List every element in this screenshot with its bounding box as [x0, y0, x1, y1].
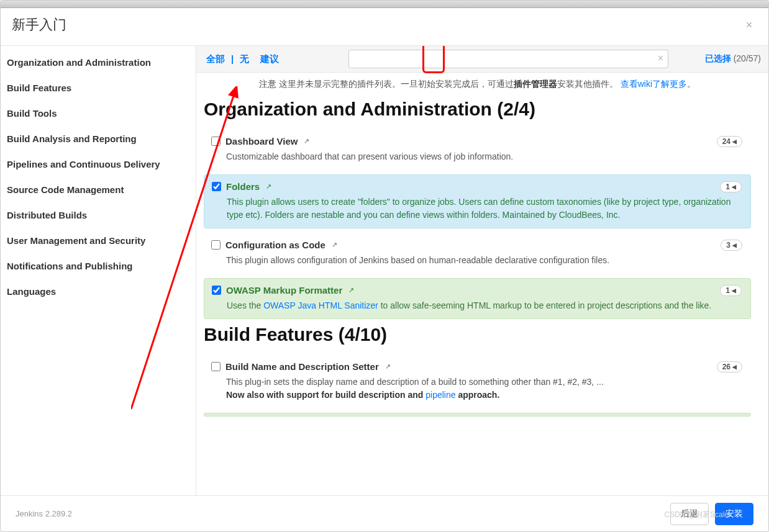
close-button[interactable]: × [741, 17, 757, 33]
plugin-desc: Uses the OWASP Java HTML Sanitizer to al… [227, 299, 743, 312]
external-link-icon[interactable]: ↗ [348, 286, 354, 294]
plugin-title: Configuration as Code [225, 240, 325, 250]
content-area: 全部 | 无 建议 × 已选择 (20/57) 注意 这里并未显示完整的插件列表 [196, 46, 768, 495]
plugin-checkbox[interactable] [211, 362, 221, 371]
sidebar-item-user-mgmt[interactable]: User Management and Security [1, 228, 196, 253]
search-input[interactable] [348, 50, 668, 68]
search-wrap: × [348, 50, 668, 68]
sidebar-item-notifications[interactable]: Notifications and Publishing [1, 253, 196, 279]
external-link-icon[interactable]: ↗ [266, 183, 271, 191]
notice-text: 注意 这里并未显示完整的插件列表。一旦初始安装完成后，可通过插件管理器安装其他插… [204, 79, 751, 90]
plugin-desc: Customizable dashboard that can present … [226, 150, 744, 163]
select-suggested-link[interactable]: 建议 [258, 52, 281, 66]
selection-links: 全部 | 无 建议 [204, 52, 281, 66]
external-link-icon[interactable]: ↗ [385, 363, 391, 371]
dialog-footer: Jenkins 2.289.2 后退 安装 [1, 495, 768, 531]
plugin-build-name-setter: Build Name and Description Setter ↗ 26◀ … [204, 355, 751, 408]
plugin-scroll[interactable]: 注意 这里并未显示完整的插件列表。一旦初始安装完成后，可通过插件管理器安装其他插… [196, 73, 768, 495]
filter-bar: 全部 | 无 建议 × 已选择 (20/57) [196, 46, 768, 73]
dialog-header: 新手入门 × [1, 8, 768, 45]
plugin-folders: Folders ↗ 1◀ This plugin allows users to… [204, 174, 751, 228]
plugin-dashboard-view: Dashboard View ↗ 24◀ Customizable dashbo… [204, 130, 751, 169]
external-link-icon[interactable]: ↗ [332, 241, 337, 249]
plugin-title: OWASP Markup Formatter [226, 285, 342, 295]
sidebar-item-distributed[interactable]: Distributed Builds [1, 202, 196, 228]
search-clear-icon[interactable]: × [658, 53, 663, 64]
jenkins-version: Jenkins 2.289.2 [16, 509, 72, 518]
external-link-icon[interactable]: ↗ [304, 137, 309, 145]
plugin-owasp: OWASP Markup Formatter ↗ 1◀ Uses the OWA… [204, 278, 751, 319]
dep-badge[interactable]: 24◀ [717, 136, 742, 147]
sidebar-item-build-features[interactable]: Build Features [1, 75, 196, 101]
sidebar-item-org[interactable]: Organization and Administration [1, 50, 196, 75]
dialog-title: 新手入门 [12, 16, 66, 34]
plugin-desc: This plug-in sets the display name and d… [226, 376, 744, 402]
plugin-title: Dashboard View [225, 136, 298, 147]
plugin-checkbox[interactable] [211, 240, 221, 250]
selected-count: 已选择 (20/57) [705, 53, 761, 65]
sidebar-item-build-tools[interactable]: Build Tools [1, 101, 196, 126]
sanitizer-link[interactable]: OWASP Java HTML Sanitizer [263, 300, 378, 310]
section-heading-build: Build Features (4/10) [204, 324, 751, 345]
plugin-desc: This plugin allows configuration of Jenk… [226, 254, 744, 267]
select-none-link[interactable]: 无 [237, 52, 252, 66]
dep-badge[interactable]: 1◀ [720, 181, 742, 192]
select-all-link[interactable]: 全部 [204, 52, 227, 66]
wiki-link[interactable]: 查看wiki了解更多 [621, 79, 687, 89]
section-heading-org: Organization and Administration (2/4) [204, 99, 751, 120]
dep-badge[interactable]: 26◀ [717, 361, 742, 372]
plugin-checkbox[interactable] [212, 286, 221, 295]
browser-tab-bg [1, 1, 768, 8]
plugin-config-as-code: Configuration as Code ↗ 3◀ This plugin a… [204, 233, 751, 273]
install-button[interactable]: 安装 [715, 503, 753, 525]
sidebar-item-scm[interactable]: Source Code Management [1, 177, 196, 202]
back-button[interactable]: 后退 [670, 503, 709, 525]
plugin-checkbox[interactable] [212, 182, 221, 191]
sidebar-item-build-analysis[interactable]: Build Analysis and Reporting [1, 126, 196, 151]
dep-badge[interactable]: 1◀ [720, 285, 742, 296]
plugin-partial [204, 413, 751, 417]
sidebar-item-pipelines[interactable]: Pipelines and Continuous Delivery [1, 151, 196, 177]
plugin-checkbox[interactable] [211, 137, 221, 146]
plugin-title: Build Name and Description Setter [225, 361, 379, 372]
category-sidebar: Organization and Administration Build Fe… [1, 46, 196, 495]
sidebar-item-languages[interactable]: Languages [1, 279, 196, 304]
pipeline-link[interactable]: pipeline [425, 390, 455, 400]
plugin-title: Folders [226, 181, 260, 192]
plugin-desc: This plugin allows users to create "fold… [227, 196, 743, 222]
dep-badge[interactable]: 3◀ [721, 240, 742, 251]
